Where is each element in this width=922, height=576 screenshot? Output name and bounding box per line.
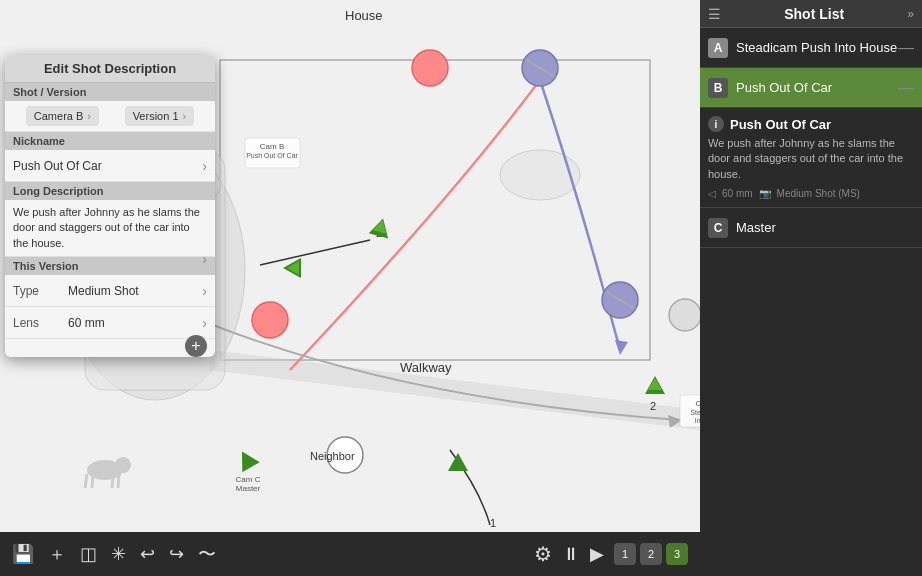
edit-panel-header: Edit Shot Description [5,55,215,83]
walkway-label: Walkway [400,360,452,375]
svg-line-32 [112,476,113,488]
type-row[interactable]: Type Medium Shot › [5,275,215,307]
long-desc-row[interactable]: We push after Johnny as he slams the doo… [5,200,215,257]
nickname-value: Push Out Of Car [13,159,202,173]
long-desc-chevron-icon: › [202,251,207,267]
save-icon[interactable]: 💾 [12,543,34,565]
nickname-row[interactable]: Push Out Of Car › [5,150,215,182]
long-desc-value: We push after Johnny as he slams the doo… [13,205,207,251]
svg-point-20 [412,50,448,86]
house-label: House [345,8,383,23]
add-button[interactable]: + [185,335,207,357]
svg-line-31 [92,476,93,488]
svg-point-27 [669,299,700,331]
shot-item-c[interactable]: C Master [700,208,922,248]
page-1-button[interactable]: 1 [614,543,636,565]
shot-list-panel: ☰ Shot List » A Steadicam Push Into Hous… [700,0,922,576]
svg-text:Master: Master [236,484,261,493]
svg-line-33 [118,475,119,488]
shot-list-header: ☰ Shot List » [700,0,922,28]
version-chevron-icon: › [183,110,187,122]
page-3-button[interactable]: 3 [666,543,688,565]
svg-line-3 [210,360,700,420]
shot-item-b[interactable]: B Push Out Of Car — [700,68,922,108]
type-chevron-icon: › [202,283,207,299]
svg-text:Cam B: Cam B [696,399,700,408]
nickname-label: Nickname [5,132,215,150]
shot-list-menu-icon: ☰ [708,6,721,22]
shot-letter-b: B [708,78,728,98]
shot-letter-c: C [708,218,728,238]
neighbor-label: Neighbor [310,450,355,462]
shot-list-title: Shot List [721,6,907,22]
svg-text:Cam B: Cam B [260,142,284,151]
shot-version-label: Shot / Version [5,83,215,101]
shot-name-b: Push Out Of Car [736,80,832,95]
this-version-label: This Version [5,257,215,275]
shot-list-chevron-icon: » [907,7,914,21]
camera-value: Camera B [34,110,84,122]
version-selector[interactable]: Version 1 › [125,106,195,126]
main-container: 2 1 2 [0,0,922,576]
nickname-chevron-icon: › [202,158,207,174]
svg-text:Push Out Of Car: Push Out Of Car [246,152,298,159]
cam-icon: 📷 [759,188,771,199]
svg-marker-19 [448,453,468,471]
svg-text:Into H...: Into H... [695,417,700,424]
svg-marker-7 [615,340,628,355]
svg-marker-18 [648,378,662,390]
gear-icon[interactable]: ⚙ [534,542,552,566]
svg-text:Cam C: Cam C [236,475,261,484]
bottom-toolbar: 💾 ＋ ◫ ✳ ↩ ↪ 〜 ⚙ ⏸ ▶ 1 2 3 [0,532,700,576]
shot-item-a[interactable]: A Steadicam Push Into House — [700,28,922,68]
lens-label: Lens [13,316,68,330]
long-desc-label: Long Description [5,182,215,200]
shot-name-c: Master [736,220,776,235]
camera-selector[interactable]: Camera B › [26,106,99,126]
type-meta: Medium Shot (MS) [777,188,860,199]
shot-letter-a: A [708,38,728,58]
lens-icon: ◁ [708,188,716,199]
squiggle-icon[interactable]: 〜 [198,542,216,566]
svg-marker-14 [233,447,259,473]
version-value: Version 1 [133,110,179,122]
shot-b-expand-icon: — [898,79,914,97]
detail-circle-icon: i [708,116,724,132]
shot-b-detail: i Push Out Of Car We push after Johnny a… [700,108,922,208]
shot-b-detail-title: i Push Out Of Car [708,116,914,132]
svg-text:Steadicam: Steadicam [690,409,700,416]
canvas-area: 2 1 2 [0,0,700,576]
svg-text:2: 2 [650,400,656,412]
edit-shot-panel: Edit Shot Description Shot / Version Cam… [5,55,215,357]
layers-icon[interactable]: ◫ [80,543,97,565]
lens-meta: 60 mm [722,188,753,199]
shot-name-a: Steadicam Push Into House [736,40,897,55]
add-icon[interactable]: ＋ [48,542,66,566]
svg-point-5 [500,150,580,200]
pause-icon[interactable]: ⏸ [562,544,580,565]
redo-icon[interactable]: ↪ [169,543,184,565]
lens-value: 60 mm [68,316,202,330]
camera-chevron-icon: › [87,110,91,122]
shot-b-detail-meta: ◁ 60 mm 📷 Medium Shot (MS) [708,188,914,199]
page-buttons: 1 2 3 [614,543,688,565]
shot-b-detail-desc: We push after Johnny as he slams the doo… [708,136,914,182]
asterisk-icon[interactable]: ✳ [111,543,126,565]
shot-list-items: A Steadicam Push Into House — B Push Out… [700,28,922,576]
lens-row[interactable]: Lens 60 mm › [5,307,215,339]
page-2-button[interactable]: 2 [640,543,662,565]
type-label: Type [13,284,68,298]
undo-icon[interactable]: ↩ [140,543,155,565]
toolbar-left: 💾 ＋ ◫ ✳ ↩ ↪ 〜 [12,542,216,566]
lens-chevron-icon: › [202,315,207,331]
shot-a-expand-icon: — [898,39,914,57]
play-icon[interactable]: ▶ [590,543,604,565]
toolbar-right: ⚙ ⏸ ▶ 1 2 3 [534,542,688,566]
svg-text:1: 1 [490,517,496,529]
svg-point-23 [252,302,288,338]
type-value: Medium Shot [68,284,202,298]
camera-version-row: Camera B › Version 1 › [5,101,215,132]
svg-line-30 [85,474,87,488]
